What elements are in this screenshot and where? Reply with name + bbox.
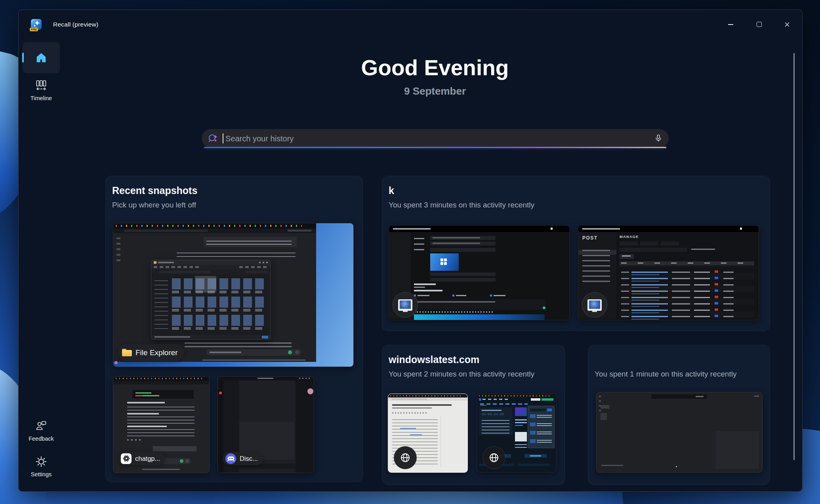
feedback-label: Feedback	[29, 436, 54, 442]
activity-card-top: k You spent 3 minutes on this activity r…	[382, 176, 770, 331]
browser-mock	[113, 223, 316, 362]
globe-icon	[488, 452, 500, 464]
card-subtitle: Pick up where you left off	[112, 201, 196, 209]
explorer-grid-mock	[172, 278, 266, 333]
recent-snapshots-card: Recent snapshots Pick up where you left …	[105, 176, 363, 482]
snapshot-label: chatgp...	[135, 455, 160, 462]
recall-app-icon: PRE	[31, 19, 42, 30]
cursor-dot	[676, 466, 677, 467]
scrollbar-thumb[interactable]	[793, 53, 795, 460]
minimize-button[interactable]	[721, 18, 740, 31]
maximize-button[interactable]	[750, 18, 768, 31]
snapshot-cms-table[interactable]: POST MANAGE	[578, 225, 759, 320]
folder-icon	[122, 349, 132, 356]
search-bar[interactable]	[202, 129, 669, 148]
timeline-icon	[35, 80, 47, 91]
ai-search-icon	[208, 133, 218, 144]
sidebar-item-settings[interactable]: Settings	[23, 456, 60, 477]
sidebar-item-home[interactable]	[23, 42, 60, 73]
card-title: Recent snapshots	[112, 185, 197, 196]
sidebar-item-timeline[interactable]: Timeline	[23, 80, 60, 101]
feedback-icon	[35, 420, 47, 432]
snapshot-label-pill: File Explorer	[118, 344, 184, 361]
text-caret	[223, 133, 223, 143]
window-title: Recall (preview)	[53, 21, 98, 28]
notification-dot	[114, 361, 118, 364]
selected-tile-highlight	[195, 276, 216, 293]
timeline-label: Timeline	[31, 95, 52, 101]
globe-icon	[399, 452, 411, 464]
website-icon-badge	[394, 446, 417, 469]
settings-label: Settings	[31, 471, 51, 477]
explorer-statusbar-mock	[151, 335, 270, 339]
snapshot-label: File Explorer	[135, 348, 178, 357]
snapshot-dark-app[interactable]	[596, 392, 763, 473]
activity-card-windowslatest: windowslatest.com You spent 2 minutes on…	[382, 345, 565, 485]
activity-card-bottom-right: You spent 1 minute on this activity rece…	[588, 345, 770, 485]
search-dropdown-mock	[528, 406, 555, 448]
sidebar: Timeline Feedback Set	[19, 38, 64, 491]
card-subtitle: You spent 1 minute on this activity rece…	[595, 370, 736, 378]
snapshot-webpage-light[interactable]	[388, 394, 468, 473]
member-avatar-mock	[307, 388, 313, 394]
cms-sidebar-title: POST	[582, 235, 598, 241]
sidebar-item-feedback[interactable]: Feedback	[23, 420, 60, 442]
explorer-sidebar-mock	[154, 278, 168, 329]
settings-gear-icon	[35, 456, 47, 468]
search-accent-underline	[204, 147, 666, 148]
snapshot-cms-editor[interactable]	[389, 225, 570, 320]
win11-image-mock	[430, 253, 459, 271]
snapshot-label-pill: chatgp...	[118, 452, 165, 465]
desktop: PRE Recall (preview)	[0, 0, 820, 504]
close-button[interactable]	[778, 18, 796, 31]
chatgpt-icon	[121, 453, 132, 464]
snapshot-chatgpt[interactable]: chatgp...	[113, 376, 210, 473]
titlebar[interactable]: PRE Recall (preview)	[19, 10, 802, 38]
date-subheading: 9 September	[202, 85, 668, 97]
card-subtitle: You spent 3 minutes on this activity rec…	[389, 201, 534, 209]
banner-image-mock	[414, 314, 545, 320]
discord-icon	[225, 453, 236, 464]
snapshot-webpage-dark[interactable]	[477, 394, 557, 473]
recall-window: PRE Recall (preview)	[18, 10, 803, 492]
microphone-button[interactable]	[654, 133, 663, 143]
microphone-icon	[654, 133, 663, 143]
maximize-icon	[757, 22, 762, 27]
snapshot-file-explorer[interactable]: File Explorer	[113, 223, 354, 367]
app-icon-badge	[393, 292, 418, 318]
search-input[interactable]	[225, 129, 638, 148]
card-subtitle: You spent 2 minutes on this activity rec…	[389, 370, 534, 378]
card-title: windowslatest.com	[389, 354, 479, 365]
server-notification-dot	[219, 392, 222, 394]
save-indicator-dot	[543, 306, 545, 309]
snapshot-label: Disc...	[240, 455, 258, 462]
monitor-app-icon	[398, 299, 412, 311]
cms-page-title: MANAGE	[620, 234, 639, 239]
snapshot-discord[interactable]: Disc...	[217, 376, 314, 473]
app-icon-badge	[582, 292, 607, 318]
explorer-window-mock	[151, 260, 271, 340]
close-icon	[784, 22, 790, 27]
website-icon-badge	[482, 446, 505, 469]
greeting-heading: Good Evening	[202, 55, 668, 80]
chat-input-mock	[206, 349, 301, 356]
minimize-icon	[728, 24, 733, 25]
thumbnail-chips-column	[715, 266, 718, 317]
snapshot-label-pill: Disc...	[223, 452, 263, 465]
card-title: k	[389, 185, 394, 196]
preview-badge: PRE	[30, 28, 38, 31]
home-icon	[35, 52, 47, 64]
dark-app-mock	[597, 392, 762, 472]
monitor-app-icon	[587, 299, 602, 311]
